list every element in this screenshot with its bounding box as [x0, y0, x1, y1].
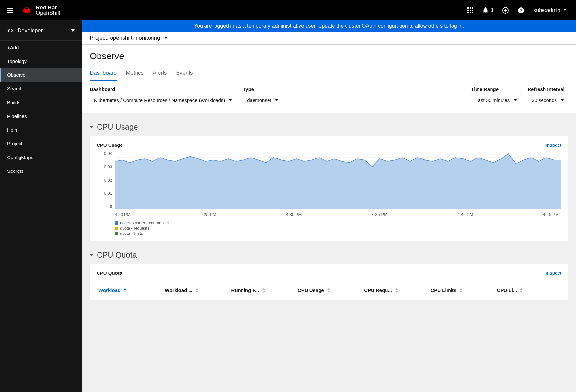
sidebar-item-pipelines[interactable]: Pipelines: [0, 109, 82, 123]
project-value: openshift-monitoring: [110, 35, 160, 41]
app-launcher-button[interactable]: [467, 7, 474, 14]
cpu-usage-inspect-link[interactable]: Inspect: [546, 142, 561, 148]
project-selector[interactable]: Project: openshift-monitoring: [82, 32, 576, 45]
sort-icon: [195, 288, 199, 293]
chart-y-axis: 0.040.030.020.010: [97, 151, 112, 209]
type-select[interactable]: daemonset: [243, 94, 282, 106]
column-header[interactable]: CPU Limits: [428, 285, 495, 296]
timerange-value: Last 30 minutes: [475, 97, 510, 103]
caret-down-icon: [71, 29, 75, 32]
timerange-label: Time Range: [471, 86, 521, 92]
cpu-quota-inspect-link[interactable]: Inspect: [546, 270, 561, 276]
notifications-button[interactable]: 3: [483, 7, 493, 13]
column-header[interactable]: CPU Requ...: [362, 285, 428, 296]
svg-rect-9: [470, 12, 471, 13]
svg-rect-4: [472, 7, 473, 9]
column-header[interactable]: Running P...: [229, 285, 296, 296]
cpu-quota-card: CPU Quota Inspect WorkloadWorkload ...Ru…: [90, 264, 568, 300]
hamburger-icon: [6, 6, 14, 14]
banner-link[interactable]: cluster OAuth configuration: [345, 23, 408, 29]
tab-alerts[interactable]: Alerts: [153, 67, 167, 81]
sidebar-item-builds[interactable]: Builds: [0, 95, 82, 109]
tab-dashboard[interactable]: Dashboard: [90, 67, 117, 81]
caret-down-icon: [275, 99, 278, 101]
svg-rect-8: [467, 12, 469, 13]
question-circle-icon: ?: [518, 7, 524, 14]
timerange-select[interactable]: Last 30 minutes: [471, 94, 521, 106]
x-tick: 4:30 PM: [286, 212, 302, 217]
brand-text: Red Hat OpenShift: [36, 5, 60, 16]
chevron-down-icon: [90, 126, 94, 128]
legend-item[interactable]: quota - limits: [115, 231, 561, 236]
page-title: Observe: [90, 51, 568, 61]
sidebar-item--add[interactable]: +Add: [0, 41, 82, 54]
notifications-count: 3: [490, 7, 493, 13]
y-tick: 0: [110, 204, 112, 209]
caret-down-icon: [561, 99, 564, 101]
chart-x-axis: 4:20 PM4:25 PM4:30 PM4:35 PM4:40 PM4:45 …: [97, 212, 561, 217]
y-tick: 0.03: [104, 164, 112, 169]
type-value: daemonset: [247, 97, 271, 103]
dashboard-value: Kubernetes / Compute Resources / Namespa…: [94, 97, 225, 103]
legend-item[interactable]: node-exporter - daemonset: [115, 221, 561, 225]
tab-events[interactable]: Events: [176, 67, 193, 81]
cpu-quota-table-head: WorkloadWorkload ...Running P...CPU Usag…: [97, 279, 561, 296]
sort-icon: [395, 288, 399, 293]
sidebar: Developer +AddTopologyObserveSearchBuild…: [0, 20, 82, 392]
bell-icon: [483, 7, 488, 13]
sidebar-item-observe[interactable]: Observe: [0, 68, 82, 82]
cpu-quota-card-title: CPU Quota: [97, 270, 122, 276]
chevron-down-icon: [90, 254, 94, 256]
sort-icon: [519, 288, 523, 293]
column-header[interactable]: CPU Li...: [495, 285, 561, 296]
column-header[interactable]: CPU Usage: [296, 285, 362, 296]
sort-icon: [123, 288, 127, 293]
chart-legend: node-exporter - daemonsetquota - request…: [97, 221, 561, 236]
import-button[interactable]: [502, 7, 509, 14]
legend-item[interactable]: quota - requests: [115, 226, 561, 231]
section-cpu-usage-toggle[interactable]: CPU Usage: [90, 122, 568, 132]
tabs: DashboardMetricsAlertsEvents: [90, 67, 568, 81]
sidebar-item-topology[interactable]: Topology: [0, 54, 82, 68]
plus-circle-icon: [502, 7, 509, 14]
code-icon: [7, 28, 14, 33]
redhat-icon: [21, 6, 33, 15]
main-content: You are logged in as a temporary adminis…: [82, 20, 576, 392]
x-tick: 4:45 PM: [543, 212, 559, 217]
column-header[interactable]: Workload ...: [163, 285, 229, 296]
brand[interactable]: Red Hat OpenShift: [21, 5, 60, 16]
sidebar-item-helm[interactable]: Helm: [0, 123, 82, 136]
type-label: Type: [243, 86, 282, 92]
cpu-usage-chart[interactable]: [115, 151, 561, 209]
caret-down-icon: [514, 99, 517, 101]
masthead-actions: 3 ? kube:admin: [467, 7, 576, 14]
svg-rect-3: [470, 7, 471, 9]
refresh-select[interactable]: 30 seconds: [528, 94, 568, 106]
sidebar-item-project[interactable]: Project: [0, 136, 82, 150]
masthead: Red Hat OpenShift 3 ? kube:admin: [0, 0, 576, 20]
x-tick: 4:40 PM: [457, 212, 473, 217]
dashboard-select[interactable]: Kubernetes / Compute Resources / Namespa…: [90, 94, 236, 106]
y-tick: 0.02: [104, 178, 112, 183]
sort-icon: [327, 288, 331, 293]
perspective-switcher[interactable]: Developer: [0, 20, 82, 41]
sidebar-item-secrets[interactable]: Secrets: [0, 164, 82, 178]
svg-rect-10: [472, 12, 473, 13]
cpu-usage-card-title: CPU Usage: [97, 142, 123, 148]
user-menu[interactable]: kube:admin: [533, 7, 566, 13]
column-header[interactable]: Workload: [97, 285, 163, 296]
x-tick: 4:35 PM: [372, 212, 387, 217]
brand-line2: OpenShift: [36, 10, 60, 16]
nav-toggle-button[interactable]: [0, 0, 20, 20]
section-cpu-quota-toggle[interactable]: CPU Quota: [90, 250, 568, 259]
sort-icon: [459, 288, 463, 293]
help-button[interactable]: ?: [518, 7, 524, 14]
legend-swatch: [115, 232, 118, 235]
sidebar-item-search[interactable]: Search: [0, 82, 82, 95]
svg-rect-2: [467, 7, 469, 9]
banner-pre: You are logged in as a temporary adminis…: [194, 23, 345, 29]
tab-metrics[interactable]: Metrics: [126, 67, 144, 81]
section-cpu-usage-title: CPU Usage: [97, 122, 138, 132]
sidebar-item-configmaps[interactable]: ConfigMaps: [0, 150, 82, 164]
perspective-label: Developer: [18, 27, 43, 34]
